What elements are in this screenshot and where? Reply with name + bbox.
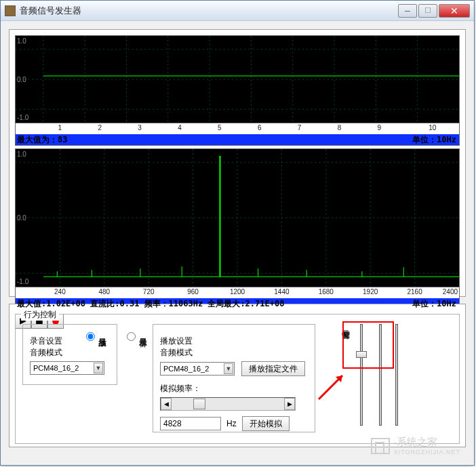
maximize-button[interactable]: ☐ xyxy=(418,4,437,18)
app-window: 音频信号发生器 ─ ☐ ✕ xyxy=(0,0,475,466)
scope-waveform: 1.0 0.0 -1.0 xyxy=(15,35,460,123)
window-title: 音频信号发生器 xyxy=(20,5,397,17)
record-mode-label: 音频模式 xyxy=(30,347,110,359)
chevron-down-icon: ▼ xyxy=(94,363,103,373)
record-mode-combo[interactable]: PCM48_16_2 ▼ xyxy=(30,361,104,375)
volume-slider-3[interactable] xyxy=(391,324,403,426)
radio-record-display[interactable]: 录音显示 xyxy=(127,332,148,436)
minimize-button[interactable]: ─ xyxy=(398,4,417,18)
behavior-legend: 行为控制 xyxy=(21,309,59,321)
sim-freq-label: 模拟频率： xyxy=(160,383,308,394)
volume-area: 音量控制 xyxy=(319,324,452,436)
scope2-status: 最大值:1.02E+08 直流比:0.31 频率：11063Hz 全局最大:2.… xyxy=(15,298,460,310)
record-legend: 录音设置 xyxy=(30,336,110,347)
volume-label: 音量控制 xyxy=(340,324,351,436)
play-mode-combo[interactable]: PCM48_16_2 ▼ xyxy=(160,362,235,375)
client-area: 1.0 0.0 -1.0 1 2 3 4 5 6 7 8 9 10 最大值为：8… xyxy=(1,21,474,465)
slider-right-arrow[interactable]: ▶ xyxy=(284,398,295,410)
scope1-x-axis: 1 2 3 4 5 6 7 8 9 10 xyxy=(15,123,460,134)
app-icon xyxy=(5,5,16,16)
scope2-x-axis: 240 480 720 960 1200 1440 1680 1920 2160… xyxy=(15,287,460,298)
scope1-y-axis: 1.0 0.0 -1.0 xyxy=(17,36,28,123)
play-legend: 播放设置 xyxy=(160,336,308,347)
freq-unit-label: Hz xyxy=(226,419,237,428)
behavior-group: 行为控制 录音设置 音频模式 PCM48_16_2 ▼ 录音显示 播放显示 xyxy=(15,314,460,444)
play-file-button[interactable]: 播放指定文件 xyxy=(241,361,305,376)
start-sim-button[interactable]: 开始模拟 xyxy=(242,416,290,431)
scope-spectrum: 1.0 0.0 -1.0 xyxy=(15,148,460,287)
scope2-y-axis: 1.0 0.0 -1.0 xyxy=(17,149,28,287)
play-mode-label: 音频模式 xyxy=(160,347,308,359)
volume-slider-2[interactable] xyxy=(374,324,386,426)
scope1-status: 最大值为：83 单位：10Hz xyxy=(15,134,460,146)
volume-slider-1[interactable] xyxy=(355,324,368,426)
title-bar[interactable]: 音频信号发生器 ─ ☐ ✕ xyxy=(1,1,474,21)
sim-freq-slider[interactable]: ◀ ▶ xyxy=(160,397,296,411)
chevron-down-icon: ▼ xyxy=(224,363,233,374)
svg-line-41 xyxy=(319,375,342,399)
record-settings-group: 录音设置 音频模式 PCM48_16_2 ▼ xyxy=(22,324,117,385)
lower-panel: 行为控制 录音设置 音频模式 PCM48_16_2 ▼ 录音显示 播放显示 xyxy=(9,304,466,447)
display-mode-radios: 录音显示 播放显示 xyxy=(121,324,148,436)
sim-freq-input[interactable] xyxy=(160,417,221,430)
close-button[interactable]: ✕ xyxy=(439,4,470,18)
slider-left-arrow[interactable]: ◀ xyxy=(161,398,172,410)
play-settings-group: 播放设置 音频模式 PCM48_16_2 ▼ 播放指定文件 模拟频率： ◀ xyxy=(153,324,315,432)
oscilloscope-panel: 1.0 0.0 -1.0 1 2 3 4 5 6 7 8 9 10 最大值为：8… xyxy=(9,29,466,297)
